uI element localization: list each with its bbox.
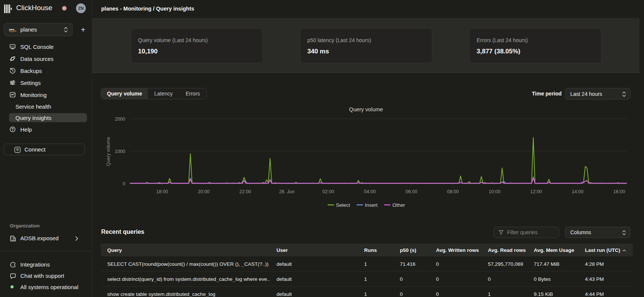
svg-text:Select: Select	[336, 202, 350, 208]
svg-text:aws: aws	[9, 27, 14, 31]
svg-text:04:00: 04:00	[364, 189, 376, 194]
svg-text:Other: Other	[392, 202, 405, 208]
svg-text:20:00: 20:00	[198, 189, 210, 194]
svg-text:06:00: 06:00	[406, 189, 417, 194]
svg-text:02:00: 02:00	[322, 189, 334, 194]
svg-text:0: 0	[123, 181, 125, 186]
svg-text:10:00: 10:00	[489, 189, 500, 194]
svg-text:18:00: 18:00	[156, 189, 168, 194]
svg-text:16:00: 16:00	[613, 189, 625, 194]
svg-text:2000: 2000	[115, 117, 125, 122]
svg-text:22:00: 22:00	[239, 189, 251, 194]
svg-text:14:00: 14:00	[572, 189, 583, 194]
svg-text:1000: 1000	[115, 149, 125, 154]
svg-text:12:00: 12:00	[530, 189, 542, 194]
svg-text:Query volume: Query volume	[349, 106, 383, 112]
svg-text:Insert: Insert	[365, 202, 378, 208]
svg-text:08:00: 08:00	[447, 189, 459, 194]
svg-text:Query volume: Query volume	[106, 137, 111, 166]
svg-text:28. Jun: 28. Jun	[279, 189, 295, 194]
